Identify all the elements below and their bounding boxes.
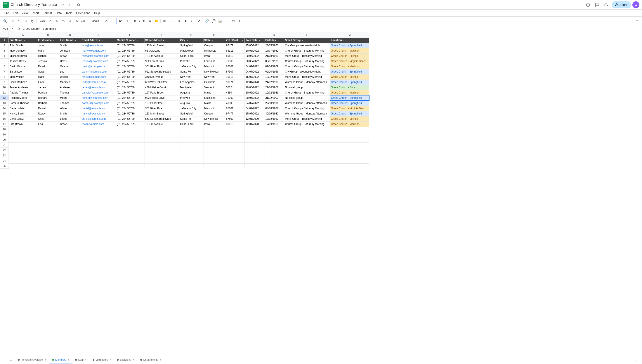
row-header-23[interactable]: 23 xyxy=(0,153,9,158)
empty-cell[interactable] xyxy=(144,142,179,148)
cell-full-name[interactable]: James Anderson xyxy=(9,85,37,90)
cell-full-name[interactable]: John Smith xyxy=(9,43,37,48)
empty-cell[interactable] xyxy=(59,127,81,132)
empty-cell[interactable] xyxy=(179,148,203,153)
empty-cell[interactable] xyxy=(264,142,284,148)
empty-cell[interactable] xyxy=(330,127,369,132)
empty-cell[interactable] xyxy=(59,164,81,169)
row-header-22[interactable]: 22 xyxy=(0,148,9,153)
cell-full-name[interactable]: Mark Wilson xyxy=(9,74,37,80)
empty-cell[interactable] xyxy=(284,127,330,132)
cell-first-name[interactable]: Patricia xyxy=(37,90,59,95)
font-size-inc-btn[interactable]: + xyxy=(124,18,131,24)
cell-state[interactable]: Louisiana xyxy=(203,95,225,100)
cell-first-name[interactable]: Linda xyxy=(37,80,59,85)
cell-first-name[interactable]: Richard xyxy=(37,95,59,100)
cell-last-name[interactable]: Moore xyxy=(59,95,81,100)
cell-first-name[interactable]: Lisa xyxy=(37,122,59,127)
cell-state[interactable]: Maine xyxy=(203,100,225,106)
empty-cell[interactable] xyxy=(179,164,203,169)
empty-cell[interactable] xyxy=(203,153,225,158)
empty-cell[interactable] xyxy=(9,148,37,153)
cell-location[interactable]: Grace Church - Billings xyxy=(330,116,369,122)
cell-zip[interactable]: 10118 xyxy=(225,74,245,80)
cell-small-group[interactable]: Womens Group - Monday Afternoon xyxy=(284,100,330,106)
cell-zip[interactable]: 4330 xyxy=(225,90,245,95)
cell-zip[interactable]: 90071 xyxy=(225,80,245,85)
empty-cell[interactable] xyxy=(116,158,144,164)
empty-cell[interactable] xyxy=(9,164,37,169)
cell-email[interactable]: jessica@example.com xyxy=(81,58,116,64)
empty-cell[interactable] xyxy=(264,164,284,169)
empty-cell[interactable] xyxy=(225,148,245,153)
empty-cell[interactable] xyxy=(37,142,59,148)
empty-cell[interactable] xyxy=(284,164,330,169)
empty-cell[interactable] xyxy=(144,132,179,137)
cell-email[interactable]: mark@example.com xyxy=(81,74,116,80)
text-color-btn[interactable]: A xyxy=(147,18,153,24)
cell-email[interactable]: john@example.com xyxy=(81,43,116,48)
cell-street[interactable]: 167 Park Street xyxy=(144,90,179,95)
cell-state[interactable]: New Mexico xyxy=(203,116,225,122)
row-header-25[interactable]: 25 xyxy=(0,164,9,169)
cell-mobile[interactable]: (01) 234 56789 xyxy=(116,58,144,64)
empty-cell[interactable] xyxy=(144,164,179,169)
cell-zip[interactable]: 87507 xyxy=(225,116,245,122)
empty-cell[interactable] xyxy=(179,153,203,158)
share-button[interactable]: Share xyxy=(612,1,631,8)
col-I[interactable]: I xyxy=(225,32,245,38)
empty-cell[interactable] xyxy=(179,127,203,132)
font-size-dec-btn[interactable]: − xyxy=(110,18,116,24)
cell-email[interactable]: linda@example.com xyxy=(81,80,116,85)
header-location[interactable]: Location ▼ xyxy=(330,38,369,43)
row-header-14[interactable]: 14 xyxy=(0,106,9,111)
cell-full-name[interactable]: Mary Johnson xyxy=(9,48,37,53)
menu-file[interactable]: File xyxy=(2,10,11,16)
header-first-name[interactable]: First Name ▼ xyxy=(37,38,59,43)
cell-mobile[interactable]: (01) 234 56789 xyxy=(116,116,144,122)
empty-cell[interactable] xyxy=(245,153,264,158)
empty-cell[interactable] xyxy=(116,137,144,142)
cell-location[interactable]: Grace Church - Cork xyxy=(330,85,369,90)
col-E[interactable]: E xyxy=(116,32,144,38)
cell-street[interactable]: 123 Main Street xyxy=(144,43,179,48)
empty-cell[interactable] xyxy=(225,158,245,164)
tab-volunteers[interactable]: Volunteers ▾ xyxy=(90,356,114,364)
cell-join-date[interactable]: 20/06/2022 xyxy=(245,53,264,58)
cell-email[interactable]: michael@example.com xyxy=(81,53,116,58)
cell-birthday[interactable]: 24/02/1990 xyxy=(264,80,284,85)
empty-cell[interactable] xyxy=(203,142,225,148)
history-icon[interactable] xyxy=(584,1,592,9)
empty-cell[interactable] xyxy=(245,137,264,142)
empty-cell[interactable] xyxy=(225,153,245,158)
empty-cell[interactable] xyxy=(330,137,369,142)
tab-template-overview[interactable]: Template Overview ▾ xyxy=(15,356,49,364)
cell-last-name[interactable]: Smith xyxy=(59,111,81,116)
cell-join-date[interactable]: 20/06/2022 xyxy=(245,58,264,64)
cell-last-name[interactable]: Thomas xyxy=(59,90,81,95)
empty-cell[interactable] xyxy=(284,153,330,158)
empty-cell[interactable] xyxy=(179,137,203,142)
merge-btn[interactable] xyxy=(168,18,174,24)
tab-members[interactable]: Members ▾ xyxy=(49,356,72,364)
row-header-20[interactable]: 20 xyxy=(0,137,9,142)
cell-birthday[interactable]: 31/12/2000 xyxy=(264,95,284,100)
cell-street[interactable]: 439 Hillside Court xyxy=(144,85,179,90)
cell-zip[interactable]: 50613 xyxy=(225,122,245,127)
row-header-5[interactable]: 5 xyxy=(0,58,9,64)
cell-full-name[interactable]: Chris Lopez xyxy=(9,116,37,122)
empty-cell[interactable] xyxy=(116,164,144,169)
menu-insert[interactable]: Insert xyxy=(30,10,41,16)
empty-cell[interactable] xyxy=(245,142,264,148)
empty-cell[interactable] xyxy=(264,153,284,158)
cell-birthday[interactable]: 05/01/1973 xyxy=(264,58,284,64)
header-email[interactable]: Email Address ▼ xyxy=(81,38,116,43)
empty-cell[interactable] xyxy=(59,153,81,158)
empty-cell[interactable] xyxy=(179,132,203,137)
percent-btn[interactable]: % xyxy=(60,18,66,24)
cell-mobile[interactable]: (01) 234 56789 xyxy=(116,106,144,111)
empty-cell[interactable] xyxy=(264,132,284,137)
borders-btn[interactable] xyxy=(162,18,168,24)
link-btn[interactable]: 🔗 xyxy=(204,18,210,24)
strikethrough-btn[interactable]: S xyxy=(142,18,146,24)
